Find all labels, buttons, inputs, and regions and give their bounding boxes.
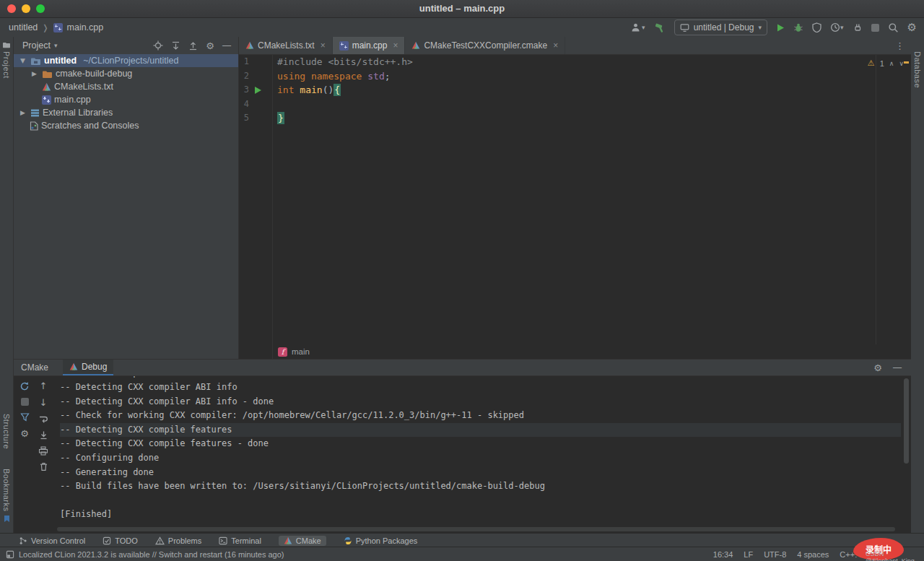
chevron-down-icon[interactable]: ▼ [18,57,27,64]
tree-row-external-libraries[interactable]: ▶ External Libraries [14,106,238,119]
up-arrow-icon[interactable]: ↑ [40,381,48,391]
profiler-icon[interactable]: ▾ [830,22,844,32]
tab-cmaketestcxxcompiler[interactable]: CMakeTestCXXCompiler.cmake × [405,37,565,54]
tab-main-cpp[interactable]: main.cpp × [333,37,406,54]
close-tab-icon[interactable]: × [321,40,326,51]
tree-row-cmakelists[interactable]: CMakeLists.txt [14,80,238,93]
tree-row-main-cpp[interactable]: main.cpp [14,93,238,106]
code-editor[interactable]: 1 2 3 4 5 #include <bits/stdc++.h> using… [239,55,911,359]
project-panel-title[interactable]: Project [22,40,51,51]
scroll-to-end-icon[interactable] [39,430,48,440]
cmake-tool-window: CMake Debug ⚙ — ⚙ [14,359,911,534]
stripe-database-button[interactable]: Database [911,51,924,88]
tool-window-actions: ⚙ — [873,362,902,373]
build-hammer-icon[interactable] [654,22,666,33]
chevron-right-icon: ❭ [42,23,48,32]
editor-gutter: 1 2 3 4 5 [239,55,273,359]
clear-trash-icon[interactable] [39,462,48,471]
run-config-select[interactable]: untitled | Debug ▾ [674,19,767,35]
reload-cmake-icon[interactable] [19,381,30,391]
cpp-file-icon [53,23,63,32]
line-separator-widget[interactable]: LF [744,550,753,559]
expand-all-icon[interactable] [171,41,180,51]
stop-button[interactable] [871,24,879,32]
breadcrumb-project[interactable]: untitled [9,22,38,32]
breadcrumb-file[interactable]: main.cpp [67,22,104,32]
clock-widget[interactable]: 16:34 [713,550,733,559]
warning-stripe-mark[interactable] [904,61,909,64]
indent-widget[interactable]: 4 spaces [797,550,829,559]
code-line-1: #include <bits/stdc++.h> [277,56,413,67]
toolbar-python-packages[interactable]: Python Packages [344,536,418,545]
function-icon: f [278,347,287,357]
tool-window-title[interactable]: CMake [21,362,48,373]
stripe-bookmarks-button[interactable]: Bookmarks [0,469,13,523]
collapse-all-icon[interactable] [188,41,198,51]
down-arrow-icon[interactable]: ↓ [40,398,48,408]
settings-gear-icon[interactable]: ⚙ [907,21,917,34]
breadcrumb: untitled ❭ main.cpp [9,18,103,37]
vertical-scrollbar[interactable] [904,378,909,464]
profile-icon[interactable]: ▾ [631,22,645,32]
tool-window-switcher-icon[interactable] [6,550,14,559]
tree-row-cmake-build-debug[interactable]: ▶ cmake-build-debug [14,67,238,80]
console-panel: ⚙ ↑ ↓ -- The CXX compiler identification [14,376,911,534]
tab-cmakelists[interactable]: CMakeLists.txt × [239,37,333,54]
soft-wrap-icon[interactable] [38,414,48,424]
todo-icon [103,536,111,545]
chevron-down-icon: ▾ [54,42,58,49]
toolbar-problems[interactable]: Problems [155,536,201,545]
project-tree: ▼ untitled ~/CLionProjects/untitled ▶ cm… [14,54,238,132]
main-toolbar: ▾ untitled | Debug ▾ [631,18,917,37]
toolbar-todo[interactable]: TODO [103,536,138,545]
stripe-structure-button[interactable]: Structure [0,414,13,449]
stop-icon[interactable] [21,398,29,406]
chevron-right-icon[interactable]: ▶ [18,109,27,116]
cmake-settings-gear-icon[interactable]: ⚙ [20,428,29,439]
settings-gear-icon[interactable]: ⚙ [206,40,214,51]
tab-debug[interactable]: Debug [63,360,113,375]
coverage-shield-icon[interactable] [812,22,821,32]
prev-problem-icon[interactable]: ∧ [889,60,894,67]
cmake-file-icon [245,41,254,50]
settings-gear-icon[interactable]: ⚙ [873,362,882,373]
run-line-icon[interactable] [255,87,261,94]
breadcrumb-function[interactable]: main [292,347,310,356]
toolbar-terminal[interactable]: Terminal [219,536,261,545]
clion-window: untitled – main.cpp untitled ❭ main.cpp … [0,0,924,561]
search-everywhere-icon[interactable] [888,22,899,33]
tab-options-icon[interactable]: ⋮ [895,40,911,51]
debug-bug-icon[interactable] [793,22,803,32]
code-area[interactable]: #include <bits/stdc++.h> using namespace… [277,55,868,126]
hide-panel-icon[interactable]: — [222,40,231,51]
tree-row-untitled[interactable]: ▼ untitled ~/CLionProjects/untitled [14,54,238,67]
stripe-project-button[interactable]: Project [0,41,13,79]
console-output[interactable]: -- Detecting CXX compiler ABI info -- De… [60,376,901,522]
tool-window-bar: Version Control TODO Problems Terminal C… [0,533,924,547]
encoding-widget[interactable]: UTF-8 [764,550,786,559]
console-toolbar: ↑ ↓ [37,381,50,471]
editor-breadcrumb: f main [239,344,924,359]
status-widgets: 16:34 LF UTF-8 4 spaces C++: unti [713,550,872,559]
close-tab-icon[interactable]: × [393,40,398,51]
inspection-widget[interactable]: ⚠ 1 ∧ ∨ [868,58,904,68]
hide-panel-icon[interactable]: — [893,362,902,373]
locate-file-icon[interactable] [153,40,163,51]
chevron-down-icon: ▾ [840,24,844,31]
status-message[interactable]: Localized CLion 2021.3.2 is available //… [6,550,284,559]
close-tab-icon[interactable]: × [553,40,558,51]
folder-icon [2,41,11,48]
horizontal-scrollbar[interactable] [57,527,895,531]
toolbar-cmake[interactable]: CMake [279,536,326,546]
attach-process-icon[interactable] [853,22,863,32]
cmake-profile-icon [69,362,78,371]
chevron-right-icon[interactable]: ▶ [30,70,39,77]
run-button[interactable] [776,23,785,32]
filter-icon[interactable] [20,412,30,422]
next-problem-icon[interactable]: ∨ [899,60,904,67]
toolbar-version-control[interactable]: Version Control [19,536,85,545]
print-icon[interactable] [38,446,48,456]
open-brace-highlight: { [334,84,341,96]
tree-row-scratches[interactable]: Scratches and Consoles [14,119,238,132]
hard-wrap-guide [876,55,876,344]
